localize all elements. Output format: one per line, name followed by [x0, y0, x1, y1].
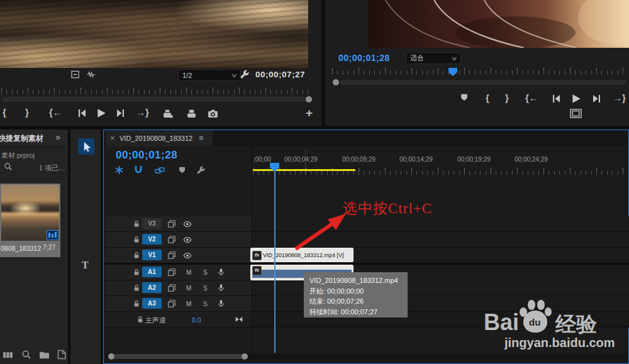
project-item-selected[interactable]: 0808_183312 7;27 — [0, 184, 60, 257]
list-view-icon[interactable] — [3, 350, 13, 360]
timeline-zoom-handle-right[interactable] — [242, 353, 248, 360]
timeline-hscrollbar-thumb[interactable] — [111, 354, 244, 359]
nest-sequences-toggle-icon[interactable] — [114, 165, 124, 175]
eye-icon[interactable] — [183, 219, 192, 228]
linked-selection-toggle-icon[interactable] — [155, 165, 165, 175]
search-icon[interactable] — [4, 162, 13, 171]
sync-lock-icon[interactable] — [167, 251, 176, 260]
solo-button[interactable]: S — [203, 301, 208, 307]
button-editor-add-button[interactable]: + — [306, 107, 313, 119]
work-area-bar[interactable] — [253, 169, 355, 171]
timeline-zoom-handle-left[interactable] — [108, 353, 114, 360]
source-zoom-scrollbar[interactable] — [1, 97, 312, 102]
track-target-a3[interactable]: A3 — [142, 298, 162, 309]
timeline-playhead-timecode[interactable]: 00;00;01;28 — [116, 149, 177, 162]
voiceover-mic-icon[interactable] — [217, 284, 225, 292]
zoom-fit-select[interactable]: 适合 ∨ — [406, 52, 461, 64]
lock-icon[interactable] — [133, 300, 140, 307]
source-mark-in-button[interactable]: { — [3, 108, 6, 117]
clip-name-label: 0808_183312 — [1, 245, 41, 252]
source-mark-out-button[interactable]: } — [25, 108, 29, 117]
overwrite-button[interactable] — [186, 108, 197, 119]
vertical-panel-divider[interactable] — [321, 0, 325, 126]
master-bowtie-fade-icon[interactable] — [235, 315, 243, 324]
mute-button[interactable]: M — [186, 285, 191, 292]
lock-icon[interactable] — [133, 236, 140, 243]
program-step-forward-button[interactable] — [592, 94, 602, 104]
drag-video-only-icon[interactable] — [70, 70, 80, 79]
type-tool[interactable]: T — [82, 260, 89, 271]
lock-icon[interactable] — [133, 251, 140, 259]
program-playhead-marker[interactable] — [448, 68, 457, 76]
track-target-a2[interactable]: A2 — [142, 282, 162, 293]
source-settings-wrench-icon[interactable] — [240, 70, 249, 79]
source-go-to-in-button[interactable]: {← — [49, 108, 62, 117]
add-marker-button[interactable] — [460, 93, 469, 102]
new-item-icon[interactable] — [57, 350, 67, 360]
track-target-v2[interactable]: V2 — [142, 234, 162, 245]
selection-tool[interactable] — [81, 141, 92, 152]
tooltip-start: 开始: 00;00;00;00 — [309, 286, 402, 297]
insert-button[interactable] — [162, 108, 173, 119]
source-monitor-panel: 1/2 ∨ 00;00;07;27 { } {← →} + — [0, 0, 321, 126]
source-zoom-scrollbar-handle[interactable] — [306, 96, 312, 102]
zoom-fit-value: 适合 — [410, 53, 424, 63]
program-go-to-in-button[interactable]: {← — [525, 93, 538, 102]
lock-icon[interactable] — [133, 268, 140, 276]
timeline-settings-wrench-icon[interactable] — [196, 166, 205, 175]
project-panel-tab[interactable]: 快捷复制素材 — [0, 133, 53, 144]
lock-icon[interactable] — [133, 220, 140, 228]
baidu-jingyan-watermark: Bai du 经验 jingyan.baidu.com — [483, 295, 628, 353]
source-go-to-out-button[interactable]: →} — [136, 108, 149, 117]
program-play-button[interactable] — [571, 93, 582, 104]
voiceover-mic-icon[interactable] — [217, 299, 225, 307]
source-play-button[interactable] — [96, 108, 107, 119]
safe-margins-button[interactable] — [569, 107, 582, 120]
mute-button[interactable]: M — [186, 269, 191, 276]
panel-expand-icon[interactable]: » — [55, 131, 60, 142]
panel-menu-icon[interactable]: ≡ — [199, 133, 204, 143]
playback-resolution-select[interactable]: 1/2 ∨ — [178, 69, 241, 81]
export-frame-camera-icon[interactable] — [208, 108, 218, 119]
playhead-line[interactable] — [274, 163, 276, 353]
lock-icon[interactable] — [133, 284, 140, 292]
mute-button[interactable]: M — [186, 301, 191, 307]
timeline-add-marker-icon[interactable] — [178, 166, 186, 174]
sync-lock-icon[interactable] — [167, 219, 176, 228]
new-bin-folder-icon[interactable] — [39, 350, 50, 360]
lock-icon[interactable] — [136, 316, 144, 323]
solo-button[interactable]: S — [203, 269, 208, 276]
source-video-texture — [0, 0, 308, 68]
program-mark-out-button[interactable]: } — [505, 93, 509, 102]
program-step-back-button[interactable] — [551, 94, 561, 104]
sync-lock-icon[interactable] — [167, 299, 176, 308]
voiceover-mic-icon[interactable] — [217, 268, 225, 276]
program-zoom-scrollbar[interactable] — [340, 80, 626, 85]
tooltip-end: 结束: 00;00;07;26 — [309, 296, 402, 307]
master-level-value[interactable]: 0.0 — [192, 316, 201, 324]
eye-icon[interactable] — [183, 235, 192, 244]
program-go-to-out-button[interactable]: →} — [613, 93, 626, 102]
close-tab-icon[interactable]: × — [110, 133, 115, 143]
jingyan-logo-text: 经验 — [555, 311, 597, 339]
program-zoom-scrollbar-handle[interactable] — [333, 79, 339, 85]
timeline-tab-label[interactable]: VID_20190808_183312 — [120, 135, 192, 142]
source-step-back-button[interactable] — [77, 108, 87, 118]
track-row-v1: V1 — [105, 248, 629, 263]
program-timeline-ruler-minor — [332, 70, 626, 75]
source-step-forward-button[interactable] — [116, 108, 126, 118]
clip-usage-badge[interactable] — [47, 230, 58, 240]
sync-lock-icon[interactable] — [167, 284, 176, 292]
drag-audio-only-icon[interactable] — [86, 70, 96, 79]
snap-magnet-toggle-icon[interactable] — [133, 165, 143, 175]
zoom-magnifier-icon[interactable] — [21, 350, 31, 360]
fx-badge: fx — [252, 251, 262, 260]
solo-button[interactable]: S — [203, 285, 208, 292]
track-target-a1[interactable]: A1 — [142, 267, 162, 277]
sync-lock-icon[interactable] — [167, 268, 176, 277]
eye-icon[interactable] — [183, 251, 192, 260]
track-target-v3[interactable]: V3 — [142, 218, 162, 229]
program-mark-in-button[interactable]: { — [486, 93, 489, 102]
track-target-v1[interactable]: V1 — [142, 250, 162, 260]
sync-lock-icon[interactable] — [167, 235, 176, 244]
